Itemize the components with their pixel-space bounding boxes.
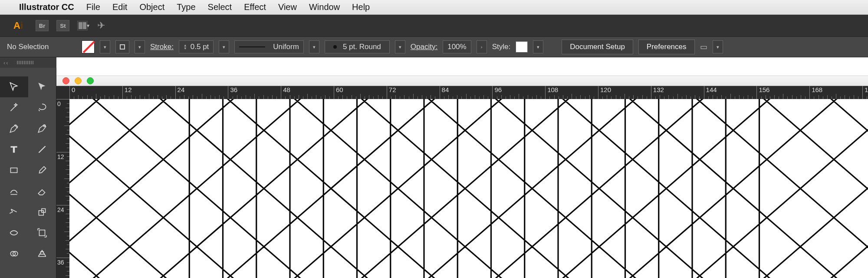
stroke-dropdown[interactable]: ▾ <box>135 40 145 53</box>
stroke-weight-field[interactable]: ▲▼ 0.5 pt <box>179 40 214 53</box>
variable-width-profile[interactable]: Uniform <box>234 40 304 53</box>
svg-rect-1 <box>11 168 17 173</box>
menu-type[interactable]: Type <box>177 2 195 12</box>
stroke-weight-value: 0.5 pt <box>191 43 209 51</box>
svg-rect-2 <box>39 211 43 215</box>
gpu-preview-icon[interactable]: ✈ <box>97 20 105 31</box>
graphic-style-swatch[interactable] <box>516 41 528 53</box>
fill-swatch[interactable] <box>82 40 95 53</box>
workspace-switcher-icon[interactable] <box>77 21 88 30</box>
bridge-chip[interactable]: Br <box>36 20 49 31</box>
opacity-label[interactable]: Opacity: <box>411 43 437 51</box>
opacity-field[interactable]: 100% <box>443 40 471 53</box>
style-dropdown[interactable]: ▾ <box>533 40 543 53</box>
collapse-chevrons-icon: ‹‹ <box>3 60 9 66</box>
brush-label: 5 pt. Round <box>343 43 381 51</box>
paintbrush-tool[interactable] <box>28 160 56 181</box>
type-tool[interactable] <box>0 139 28 160</box>
stepper-icon[interactable]: ▲▼ <box>184 44 187 50</box>
canvas[interactable] <box>69 99 868 278</box>
pen-tool[interactable] <box>0 118 28 139</box>
shape-builder-tool[interactable] <box>0 243 28 264</box>
opacity-value: 100% <box>447 43 466 51</box>
toolbox <box>0 68 56 278</box>
vertical-ruler[interactable]: 0122436 <box>56 99 69 278</box>
window-minimize-icon[interactable] <box>75 77 82 84</box>
stroke-profile-icon <box>239 46 265 47</box>
window-zoom-icon[interactable] <box>87 77 94 84</box>
stroke-swatch[interactable] <box>115 40 129 53</box>
direct-selection-tool[interactable] <box>28 76 56 97</box>
panel-collapse-strip[interactable]: ‹‹ <box>0 57 56 68</box>
stroke-weight-dropdown[interactable]: ▾ <box>219 40 229 53</box>
menu-select[interactable]: Select <box>208 2 232 12</box>
menu-effect[interactable]: Effect <box>244 2 266 12</box>
curvature-tool[interactable] <box>28 118 56 139</box>
menu-file[interactable]: File <box>86 2 100 12</box>
window-close-icon[interactable] <box>62 77 69 84</box>
triangular-grid-artwork[interactable] <box>69 99 868 278</box>
line-segment-tool[interactable] <box>28 139 56 160</box>
align-dropdown[interactable]: ▾ <box>713 40 723 53</box>
stock-chip[interactable]: St <box>56 20 69 31</box>
width-tool[interactable] <box>0 222 28 243</box>
stroke-label[interactable]: Stroke: <box>150 43 174 51</box>
brush-definition[interactable]: 5 pt. Round <box>325 40 390 53</box>
chevron-down-icon[interactable]: ▾ <box>87 23 89 29</box>
lasso-tool[interactable] <box>28 97 56 118</box>
align-to-icon[interactable]: ▭ <box>700 42 707 52</box>
brush-preview-icon <box>333 45 337 49</box>
menu-object[interactable]: Object <box>139 2 164 12</box>
app-menu[interactable]: Illustrator CC <box>19 2 74 12</box>
eraser-tool[interactable] <box>28 181 56 202</box>
svg-rect-4 <box>39 230 45 236</box>
document-setup-button[interactable]: Document Setup <box>562 40 633 54</box>
style-label: Style: <box>492 43 511 51</box>
rectangle-tool[interactable] <box>0 160 28 181</box>
shaper-tool[interactable] <box>0 181 28 202</box>
profile-label: Uniform <box>273 43 299 51</box>
fill-dropdown[interactable]: ▾ <box>100 40 110 53</box>
rotate-tool[interactable] <box>0 202 28 222</box>
scale-tool[interactable] <box>28 202 56 222</box>
menu-help[interactable]: Help <box>352 2 370 12</box>
menu-window[interactable]: Window <box>309 2 340 12</box>
panel-grip-icon[interactable] <box>17 61 34 64</box>
selection-status: No Selection <box>7 43 76 51</box>
macos-menubar: Illustrator CC File Edit Object Type Sel… <box>0 0 868 15</box>
menu-edit[interactable]: Edit <box>112 2 127 12</box>
preferences-button[interactable]: Preferences <box>638 40 695 54</box>
illustrator-logo-icon: Ai <box>9 19 28 33</box>
magic-wand-tool[interactable] <box>0 97 28 118</box>
menu-view[interactable]: View <box>278 2 297 12</box>
brush-dropdown[interactable]: ▾ <box>395 40 405 53</box>
perspective-grid-tool[interactable] <box>28 243 56 264</box>
document-window-titlebar[interactable] <box>56 76 868 86</box>
horizontal-ruler[interactable]: 01224364860728496108120132144156168180 <box>56 86 868 99</box>
app-bar: Ai Br St ▾ ✈ <box>0 15 868 36</box>
free-transform-tool[interactable] <box>28 222 56 243</box>
profile-dropdown[interactable]: ▾ <box>309 40 319 53</box>
selection-tool[interactable] <box>0 76 28 97</box>
control-bar: No Selection ▾ ▾ Stroke: ▲▼ 0.5 pt ▾ Uni… <box>0 36 868 57</box>
opacity-dropdown[interactable]: › <box>477 40 487 53</box>
